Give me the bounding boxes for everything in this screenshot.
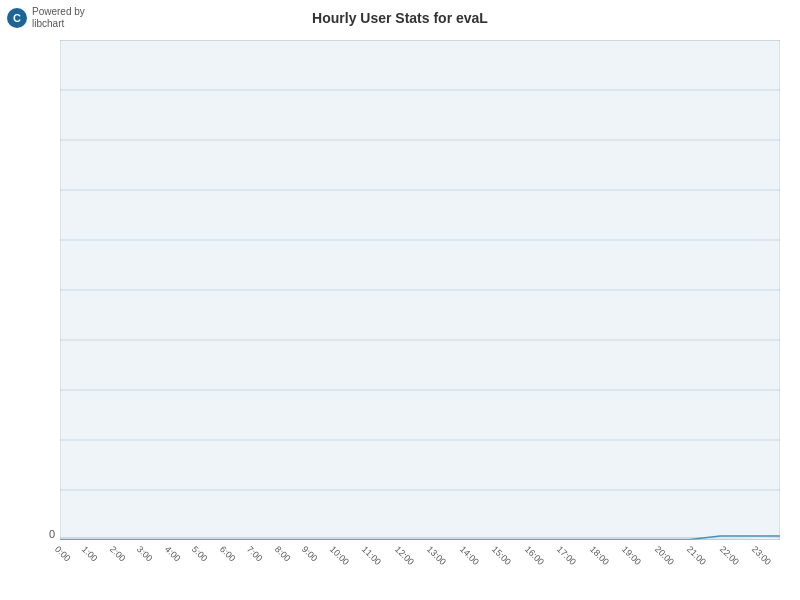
y-zero-label: 0	[49, 528, 55, 540]
x-axis-label: 16:00	[523, 544, 546, 567]
x-axis-label: 0:00	[53, 544, 72, 563]
x-axis-label: 8:00	[273, 544, 292, 563]
x-axis-label: 1:00	[80, 544, 99, 563]
x-axis-label: 14:00	[458, 544, 481, 567]
x-axis-label: 22:00	[718, 544, 741, 567]
x-axis-label: 5:00	[190, 544, 209, 563]
chart-title: Hourly User Stats for evaL	[0, 0, 800, 26]
x-axis-label: 10:00	[328, 544, 351, 567]
chart-container	[60, 40, 780, 540]
chart-svg	[60, 40, 780, 540]
x-axis-label: 17:00	[555, 544, 578, 567]
x-axis-label: 20:00	[653, 544, 676, 567]
x-axis-label: 19:00	[620, 544, 643, 567]
y-axis-area: 0	[10, 40, 60, 540]
logo-area: C Powered by libchart	[6, 6, 85, 30]
x-axis-label: 7:00	[245, 544, 264, 563]
x-axis-label: 4:00	[163, 544, 182, 563]
x-axis-label: 2:00	[108, 544, 127, 563]
x-axis-label: 21:00	[685, 544, 708, 567]
libchart-logo-icon: C	[6, 7, 28, 29]
x-axis-label: 23:00	[750, 544, 773, 567]
x-axis-area: 0:001:002:003:004:005:006:007:008:009:00…	[60, 540, 780, 590]
x-axis-label: 12:00	[393, 544, 416, 567]
svg-text:C: C	[13, 12, 21, 24]
logo-text: Powered by libchart	[32, 6, 85, 30]
x-axis-label: 18:00	[588, 544, 611, 567]
x-axis-label: 15:00	[490, 544, 513, 567]
x-axis-label: 9:00	[300, 544, 319, 563]
x-axis-label: 13:00	[425, 544, 448, 567]
x-axis-label: 11:00	[360, 544, 383, 567]
x-axis-label: 3:00	[135, 544, 154, 563]
x-axis-label: 6:00	[218, 544, 237, 563]
